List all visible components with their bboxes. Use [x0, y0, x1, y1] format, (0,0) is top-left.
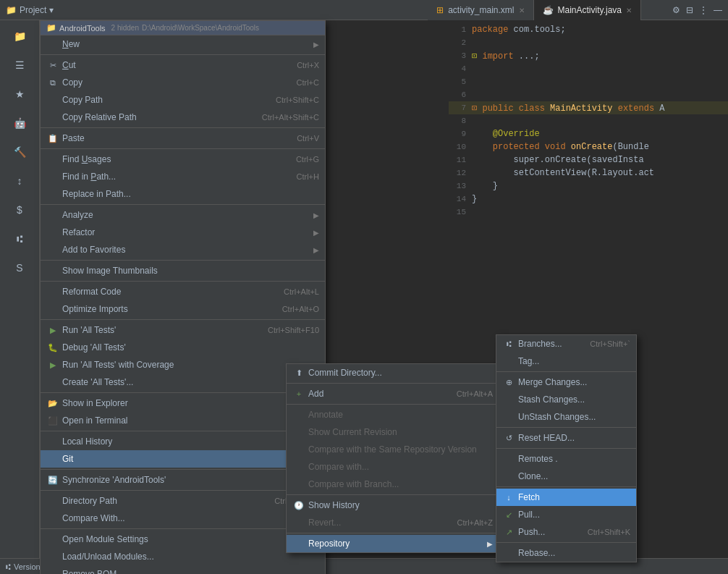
tab-main-activity[interactable]: ☕ MainActivity.java ✕	[534, 0, 641, 20]
git-repository[interactable]: Repository ▶	[287, 535, 499, 552]
menu-item-run-coverage[interactable]: ▶ Run 'All Tests' with Coverage	[41, 356, 325, 373]
terminal-icon[interactable]: $	[7, 197, 33, 223]
git-tag[interactable]: Tag...	[496, 353, 636, 370]
remotes-icon	[502, 452, 515, 465]
repository-arrow: ▶	[487, 540, 493, 548]
minimize-icon[interactable]: —	[714, 5, 722, 15]
dropdown-arrow[interactable]: ▾	[49, 5, 54, 15]
menu-item-favorites[interactable]: Add to Favorites ▶	[41, 241, 325, 258]
git-icon[interactable]: ↕	[7, 168, 33, 194]
copy-path-icon	[46, 93, 59, 106]
menu-item-compare-with[interactable]: Compare With... Ctrl+D	[41, 510, 325, 527]
compare-icon	[46, 512, 59, 525]
git-divider-1	[287, 383, 499, 384]
git-unstash[interactable]: UnStash Changes...	[496, 408, 636, 426]
copy-icon: ⧉	[46, 76, 59, 89]
context-menu: 📁 AndroidTools 2 hidden D:\Android\WorkS…	[40, 20, 326, 574]
menu-item-replace-path[interactable]: Replace in Path...	[41, 185, 325, 203]
code-line-5: 5	[449, 75, 728, 88]
tab-activity-main[interactable]: ⊞ activity_main.xml ✕	[428, 0, 533, 20]
menu-item-create-tests[interactable]: Create 'All Tests'...	[41, 373, 325, 391]
git-branches[interactable]: ⑆ Branches... Ctrl+Shift+`	[496, 335, 636, 353]
el-icon[interactable]: S	[7, 255, 33, 281]
revert-icon	[292, 516, 305, 529]
menu-item-refactor[interactable]: Refactor ▶	[41, 224, 325, 241]
menu-item-cut[interactable]: ✂ Cut Ctrl+X	[41, 56, 325, 74]
git-submenu: ⬆ Commit Directory... + Add Ctrl+Alt+A A…	[286, 363, 499, 553]
git-clone[interactable]: Clone...	[496, 468, 636, 485]
menu-item-open-module[interactable]: Open Module Settings F12	[41, 531, 325, 548]
git-show-history[interactable]: 🕐 Show History	[287, 497, 499, 514]
git-commit-dir[interactable]: ⬆ Commit Directory...	[287, 364, 499, 381]
git-push[interactable]: ↗ Push... Ctrl+Shift+K	[496, 523, 636, 541]
git-pull[interactable]: ↙ Pull...	[496, 506, 636, 523]
menu-item-show-explorer[interactable]: 📂 Show in Explorer	[41, 394, 325, 412]
divider-10	[41, 469, 325, 470]
git-compare2[interactable]: Compare with...	[287, 458, 499, 476]
tab-label-xml: activity_main.xml	[448, 5, 514, 15]
git-fetch[interactable]: ↓ Fetch	[496, 489, 636, 506]
arrow-icon: ▶	[313, 41, 319, 48]
analyze-icon	[46, 208, 59, 221]
git-annotate[interactable]: Annotate	[287, 406, 499, 423]
menu-item-paste[interactable]: 📋 Paste Ctrl+V	[41, 130, 325, 147]
compare-repo-icon	[292, 443, 305, 456]
code-line-9: 9 @Override	[449, 127, 728, 140]
settings-icon[interactable]: ⚙	[672, 5, 680, 15]
git-revert[interactable]: Revert... Ctrl+Alt+Z	[287, 514, 499, 531]
git-reset-head[interactable]: ↺ Reset HEAD...	[496, 429, 636, 447]
menu-item-show-image[interactable]: Show Image Thumbnails	[41, 262, 325, 279]
code-line-3: 3 ⊡ import ...;	[449, 49, 728, 62]
menu-item-debug-tests[interactable]: 🐛 Debug 'All Tests'	[41, 339, 325, 356]
menu-item-reformat[interactable]: Reformat Code Ctrl+Alt+L	[41, 283, 325, 300]
menu-item-git[interactable]: Git ▶	[41, 450, 325, 468]
git-merge[interactable]: ⊕ Merge Changes...	[496, 373, 636, 391]
git-compare-branch[interactable]: Compare with Branch...	[287, 476, 499, 493]
ops-divider-1	[496, 371, 636, 372]
structure-icon[interactable]: ☰	[7, 52, 33, 78]
dir-icon	[46, 494, 59, 507]
more-icon[interactable]: ⋮	[699, 5, 708, 15]
menu-item-copy[interactable]: ⧉ Copy Ctrl+C	[41, 74, 325, 91]
fetch-icon: ↓	[502, 491, 515, 504]
android-icon[interactable]: 🤖	[7, 110, 33, 136]
menu-item-open-terminal[interactable]: ⬛ Open in Terminal	[41, 412, 325, 429]
menu-item-synchronize[interactable]: 🔄 Synchronize 'AndroidTools'	[41, 471, 325, 489]
branches-icon: ⑆	[502, 337, 515, 350]
project-tree-icon[interactable]: 📁	[7, 23, 33, 49]
tab-close-java[interactable]: ✕	[626, 7, 632, 14]
menu-item-find-path[interactable]: Find in Path... Ctrl+H	[41, 168, 325, 185]
run-icon: ▶	[46, 324, 59, 337]
menu-item-new[interactable]: New ▶	[41, 35, 325, 53]
branch-status[interactable]: ⑆ Version	[6, 562, 41, 571]
menu-item-load-modules[interactable]: Load/Unload Modules...	[41, 548, 325, 565]
xml-file-icon: ⊞	[436, 5, 444, 15]
git-rebase[interactable]: Rebase...	[496, 544, 636, 562]
favorites-icon[interactable]: ★	[7, 81, 33, 107]
git-remotes[interactable]: Remotes .	[496, 450, 636, 468]
git-show-current[interactable]: Show Current Revision	[287, 423, 499, 441]
window-title: 📁 Project ▾	[6, 5, 54, 15]
git-add[interactable]: + Add Ctrl+Alt+A	[287, 385, 499, 402]
menu-item-optimize[interactable]: Optimize Imports Ctrl+Alt+O	[41, 300, 325, 318]
menu-item-find-usages[interactable]: Find Usages Ctrl+G	[41, 151, 325, 168]
copy-rel-icon	[46, 111, 59, 124]
menu-item-analyze[interactable]: Analyze ▶	[41, 206, 325, 224]
version-icon[interactable]: ⑆	[7, 226, 33, 252]
menu-item-run-tests[interactable]: ▶ Run 'All Tests' Ctrl+Shift+F10	[41, 321, 325, 339]
menu-item-local-history[interactable]: Local History ▶	[41, 433, 325, 450]
git-divider-2	[287, 404, 499, 405]
reset-icon: ↺	[502, 431, 515, 444]
git-compare-repo[interactable]: Compare with the Same Repository Version	[287, 441, 499, 458]
push-icon: ↗	[502, 526, 515, 539]
git-stash[interactable]: Stash Changes...	[496, 391, 636, 408]
build-icon[interactable]: 🔨	[7, 139, 33, 165]
favorites-arrow: ▶	[313, 246, 319, 254]
menu-item-remove-bom[interactable]: Remove BOM	[41, 565, 325, 574]
divider-2	[41, 127, 325, 128]
menu-item-copy-rel-path[interactable]: Copy Relative Path Ctrl+Alt+Shift+C	[41, 109, 325, 126]
tab-close-xml[interactable]: ✕	[519, 7, 525, 14]
layout-icon[interactable]: ⊟	[686, 5, 693, 15]
menu-item-copy-path[interactable]: Copy Path Ctrl+Shift+C	[41, 91, 325, 109]
menu-item-dir-path[interactable]: Directory Path Ctrl+Alt+F12	[41, 492, 325, 510]
